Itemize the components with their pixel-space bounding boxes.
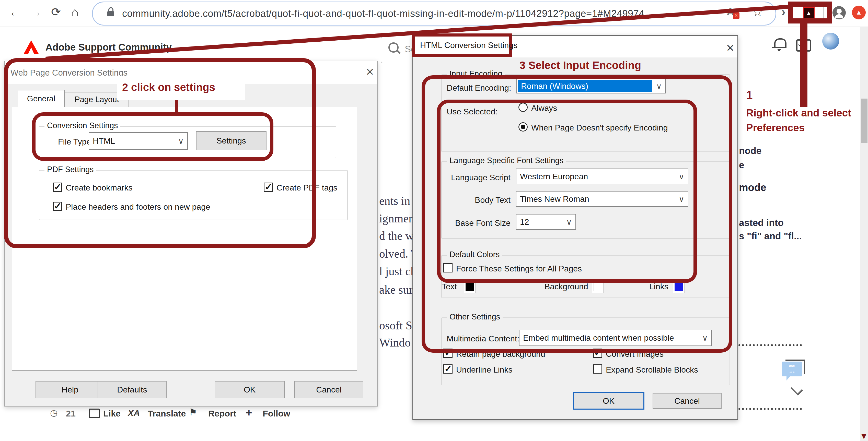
forum-text-fragment: l just ch xyxy=(379,265,416,278)
checkbox-label: Expand Scrollable Blocks xyxy=(606,365,698,375)
annotation-step3: 3 Select Input Encoding xyxy=(520,59,641,71)
lock-icon-body xyxy=(107,11,114,16)
help-button[interactable]: Help xyxy=(35,381,104,398)
scroll-down-arrow-icon[interactable]: ▼ xyxy=(860,431,868,441)
avatar[interactable] xyxy=(822,33,839,49)
annotation-step2: 2 click on settings xyxy=(122,81,215,94)
underline-links-checkbox[interactable] xyxy=(443,364,453,374)
views-count: 21 xyxy=(66,409,75,418)
annotation-step1-line1: Right-click and select xyxy=(746,107,851,119)
cancel-button[interactable]: Cancel xyxy=(294,381,363,398)
comment-icon[interactable]: ≈≈≈≈ xyxy=(782,362,802,376)
forum-text-fragment: Windo xyxy=(379,336,411,349)
defaults-button[interactable]: Defaults xyxy=(98,381,166,398)
url-text[interactable]: community.adobe.com/t5/acrobat/quot-fi-q… xyxy=(122,8,644,19)
chevron-down-icon[interactable] xyxy=(790,383,803,396)
expand-scrollable-blocks-checkbox[interactable] xyxy=(593,364,602,374)
forum-text-fragment: ignmen xyxy=(379,212,414,225)
views-icon: ◷ xyxy=(50,408,58,418)
forum-text-fragment: asted into xyxy=(739,217,784,228)
like-icon[interactable] xyxy=(89,409,100,418)
translate-blocked-badge: × xyxy=(733,12,740,19)
follow-button[interactable]: Follow xyxy=(263,409,290,418)
annotation-box-dialog-title: HTML Conversion Settings xyxy=(412,33,512,57)
annotation-box-acrobat-icon xyxy=(788,2,832,24)
scrollbar-thumb[interactable] xyxy=(861,99,867,143)
dotted-divider xyxy=(739,408,802,410)
forum-text-fragment: ents in xyxy=(379,194,410,208)
screenshot-root: ents in ignmen d the w olved. T l just c… xyxy=(0,0,868,441)
annotation-box-conversion-settings xyxy=(32,112,273,161)
like-button[interactable]: Like xyxy=(103,409,121,418)
comment-icon-tail xyxy=(786,376,790,380)
report-button[interactable]: Report xyxy=(208,409,236,418)
home-icon[interactable]: ⌂ xyxy=(71,6,79,19)
browser-toolbar: ← → ⟳ ⌂ community.adobe.com/t5/acrobat/q… xyxy=(0,0,868,27)
forum-text-fragment: s "fi" and "fl... xyxy=(739,231,802,242)
forum-text-fragment: d the w xyxy=(379,229,414,243)
profile-icon-head xyxy=(837,9,842,14)
annotation-step2-pointer xyxy=(175,100,178,116)
forum-text-fragment: e xyxy=(739,160,744,171)
browser-update-icon[interactable]: ▲ xyxy=(852,6,866,20)
plus-icon: + xyxy=(246,407,252,419)
forward-icon[interactable]: → xyxy=(30,6,42,18)
bell-base xyxy=(772,47,786,48)
annotation-step1-line2: Preferences xyxy=(746,122,805,134)
adobe-logo-notch xyxy=(28,47,34,54)
dotted-divider xyxy=(739,344,802,346)
translate-icon: XA xyxy=(128,408,140,418)
refresh-icon[interactable]: ⟳ xyxy=(51,6,61,18)
close-icon[interactable]: ✕ xyxy=(366,67,374,77)
forum-text-fragment: node xyxy=(739,145,762,156)
annotation-step1-pointer xyxy=(800,23,807,107)
translate-button[interactable]: Translate xyxy=(148,409,186,418)
checkbox-label: Underline Links xyxy=(456,365,513,375)
ok-button[interactable]: OK xyxy=(215,381,285,398)
close-icon[interactable]: ✕ xyxy=(726,43,735,53)
forum-text-fragment: mode xyxy=(739,182,766,193)
back-icon[interactable]: ← xyxy=(9,6,21,18)
page-scrollbar[interactable] xyxy=(860,0,868,441)
annotation-step1-number: 1 xyxy=(746,88,753,102)
annotation-box-use-selected xyxy=(437,100,697,283)
dialog-title: HTML Conversion Settings xyxy=(420,41,518,50)
ok-button[interactable]: OK xyxy=(573,392,644,410)
cancel-button[interactable]: Cancel xyxy=(653,393,721,409)
flag-icon: ⚑ xyxy=(189,407,197,417)
